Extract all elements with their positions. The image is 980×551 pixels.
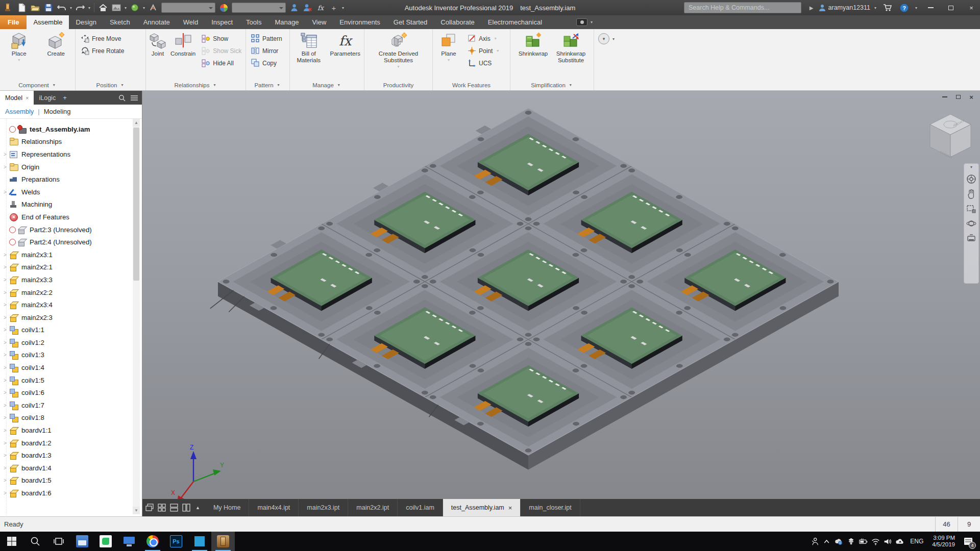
browser-search-icon[interactable] [118, 94, 126, 102]
material-select[interactable] [161, 3, 215, 13]
taskbar-clock[interactable]: 3:09 PM 4/5/2019 [929, 535, 958, 548]
scroll-down-icon[interactable]: ▼ [133, 507, 140, 514]
navigation-wheel-icon[interactable] [966, 174, 976, 184]
help-button[interactable]: ? [897, 2, 911, 14]
qat-caret-icon[interactable]: ▾ [340, 6, 346, 10]
ribbon-tab[interactable]: Electromechanical [481, 15, 549, 29]
document-tab[interactable]: main2x2.ipt [348, 499, 398, 516]
ribbon-tab[interactable]: File [0, 15, 27, 29]
modeling-view-link[interactable]: Modeling [44, 108, 71, 115]
panel-label-manage[interactable]: Manage▾ [290, 80, 364, 90]
ribbon-appearance-button[interactable]: ▾ [598, 33, 609, 44]
tree-item[interactable]: Machining [0, 198, 142, 211]
ribbon-tab[interactable]: Annotate [137, 15, 177, 29]
expand-chevron-icon[interactable] [4, 428, 9, 433]
tree-item[interactable]: coilv1:3 [0, 349, 142, 362]
tree-item[interactable]: boardv1:2 [0, 437, 142, 449]
point-button[interactable]: Point ▾ [465, 45, 502, 56]
restore-button[interactable] [942, 1, 960, 15]
create-button[interactable]: Create [40, 31, 72, 57]
model-tab-close-icon[interactable]: × [26, 95, 29, 101]
redo-caret-icon[interactable]: ▾ [87, 6, 92, 10]
document-tab[interactable]: coilv1.iam [398, 499, 443, 516]
tree-item[interactable]: main2x3:3 [0, 273, 142, 286]
ribbon-tab[interactable]: Environments [333, 15, 386, 29]
doc-close-icon[interactable]: × [968, 93, 975, 101]
tree-item[interactable]: boardv1:1 [0, 424, 142, 437]
ribbon-tab[interactable]: Inspect [205, 15, 239, 29]
expand-chevron-icon[interactable] [4, 352, 9, 358]
cloud-upload-icon[interactable] [896, 537, 904, 546]
doc-minimize-icon[interactable] [941, 93, 948, 101]
browser-tab-model[interactable]: Model × [0, 91, 34, 105]
zoom-window-icon[interactable] [966, 204, 976, 214]
ribbon-collapse-caret-icon[interactable]: ▾ [611, 37, 616, 41]
expand-chevron-icon[interactable] [4, 327, 9, 333]
calendar-app-button[interactable] [70, 532, 94, 551]
tree-item[interactable]: coilv1:4 [0, 361, 142, 374]
customize-add-button[interactable]: + [327, 2, 340, 14]
panel-label-simplification[interactable]: Simplification▾ [510, 80, 594, 90]
tree-item[interactable]: Welds [0, 186, 142, 198]
ribbon-tab[interactable]: Tools [239, 15, 268, 29]
expand-chevron-icon[interactable] [4, 478, 9, 483]
expand-chevron-icon[interactable] [4, 465, 9, 471]
tree-item[interactable]: main2x3:4 [0, 298, 142, 311]
plane-button[interactable]: Plane ▾ [436, 31, 461, 62]
inventor-taskbar-button[interactable] [211, 532, 235, 551]
tree-item[interactable]: coilv1:6 [0, 386, 142, 399]
expand-chevron-icon[interactable] [4, 252, 9, 258]
tile-grid-icon[interactable] [158, 504, 166, 512]
undo-caret-icon[interactable]: ▾ [68, 6, 74, 10]
photoshop-button[interactable]: Ps [164, 532, 188, 551]
ribbon-tab[interactable]: Sketch [103, 15, 137, 29]
evernote-button[interactable] [94, 532, 117, 551]
expand-chevron-icon[interactable] [4, 490, 9, 496]
pan-icon[interactable] [966, 189, 976, 199]
tile-vertical-icon[interactable] [182, 504, 190, 512]
tree-item[interactable]: boardv1:5 [0, 474, 142, 487]
inventor-logo-icon[interactable] [0, 3, 15, 12]
expand-chevron-icon[interactable] [4, 403, 9, 408]
camera-caret-icon[interactable]: ▾ [589, 20, 594, 24]
free-move-button[interactable]: Free Move [79, 33, 126, 44]
volume-icon[interactable] [884, 537, 892, 546]
render-button[interactable] [110, 2, 123, 14]
orbit-icon[interactable] [966, 218, 976, 229]
tree-item[interactable]: Representations [0, 148, 142, 161]
tree-item[interactable]: Part2:4 (Unresolved) [0, 236, 142, 248]
my-computer-button[interactable] [117, 532, 141, 551]
tree-item[interactable]: Relationships [0, 136, 142, 148]
document-tab[interactable]: test_Assembly.iam × [443, 499, 521, 516]
navigation-bar[interactable]: ▾ [964, 163, 979, 284]
tree-item[interactable]: main2x2:2 [0, 286, 142, 299]
look-at-icon[interactable] [966, 233, 976, 243]
show-button[interactable]: Show [200, 33, 243, 44]
tree-item[interactable]: coilv1:5 [0, 374, 142, 387]
battery-icon[interactable] [859, 537, 868, 546]
tree-item[interactable]: Preparations [0, 173, 142, 186]
panel-label-relationships[interactable]: Relationships▾ [146, 80, 246, 90]
ribbon-tab[interactable]: Design [69, 15, 103, 29]
expand-chevron-icon[interactable] [4, 440, 9, 446]
tree-item[interactable]: test_Assembly.iam [0, 123, 142, 136]
tree-item[interactable]: Origin [0, 161, 142, 173]
pattern-button[interactable]: Pattern [249, 33, 284, 44]
panel-label-productivity[interactable]: Productivity [364, 80, 432, 90]
render-caret-icon[interactable]: ▾ [123, 6, 128, 10]
vscode-button[interactable] [188, 532, 211, 551]
mirror-button[interactable]: Mirror [249, 45, 284, 56]
expand-chevron-icon[interactable] [4, 164, 9, 170]
bill-of-materials-button[interactable]: Bill of Materials [293, 31, 325, 64]
expand-chevron-icon[interactable] [4, 302, 9, 308]
ribbon-tab[interactable]: Weld [177, 15, 205, 29]
graphics-viewport[interactable]: FRONT RIGHT Z Y X [142, 91, 980, 499]
tile-horizontal-icon[interactable] [170, 504, 178, 512]
dropbox-icon[interactable] [847, 537, 855, 546]
collapse-tabs-icon[interactable]: ▲ [195, 505, 200, 510]
panel-label-pattern[interactable]: Pattern▾ [246, 80, 289, 90]
help-caret-icon[interactable]: ▾ [914, 6, 919, 10]
tree-item[interactable]: coilv1:7 [0, 399, 142, 412]
copy-button[interactable]: Copy [249, 58, 284, 68]
open-button[interactable] [29, 2, 42, 14]
